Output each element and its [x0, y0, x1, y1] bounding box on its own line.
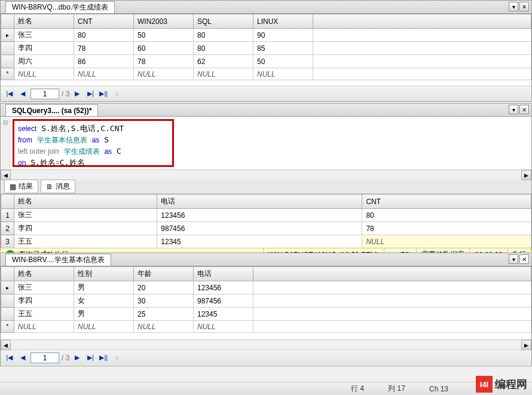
cell[interactable]: NULL — [74, 321, 134, 333]
col-header[interactable]: WIN2003 — [134, 14, 194, 29]
cell[interactable]: 80 — [194, 42, 253, 55]
nav-stop-icon[interactable]: ▶|| — [98, 89, 109, 99]
cell[interactable]: 张三 — [14, 209, 157, 222]
nav-new-icon[interactable]: ○ — [111, 353, 122, 363]
cell[interactable]: 50 — [134, 29, 194, 42]
cell[interactable]: 80 — [74, 29, 134, 42]
cell[interactable]: 王五 — [14, 235, 157, 248]
row-number[interactable]: 3 — [1, 235, 14, 248]
cell[interactable]: 李四 — [14, 294, 74, 308]
cell[interactable]: 60 — [134, 42, 194, 55]
row-selector[interactable]: ▸ — [1, 29, 14, 42]
cell[interactable]: 80 — [194, 29, 253, 42]
nav-next-icon[interactable]: ▶ — [72, 353, 82, 363]
cell[interactable]: 78 — [74, 42, 134, 55]
cell[interactable]: 987456 — [157, 222, 362, 235]
cell[interactable]: 王五 — [14, 308, 74, 321]
cell[interactable]: 90 — [253, 29, 313, 42]
hscrollbar[interactable]: ◀▶ — [1, 339, 531, 350]
col-header[interactable]: SQL — [194, 14, 253, 29]
col-header[interactable]: 姓名 — [14, 195, 157, 209]
nav-first-icon[interactable]: |◀ — [4, 353, 15, 363]
results-grid[interactable]: 姓名电话CNT1张三123456802李四987456783王五12345NUL… — [1, 194, 531, 248]
cell[interactable]: NULL — [14, 68, 74, 80]
nav-prev-icon[interactable]: ◀ — [17, 353, 28, 363]
row-selector[interactable] — [1, 55, 14, 68]
cell[interactable]: 62 — [194, 55, 253, 68]
tab-results[interactable]: ▦结果 — [4, 180, 38, 193]
cell[interactable]: 123456 — [157, 209, 362, 222]
cell[interactable]: 30 — [134, 294, 194, 308]
cell[interactable]: 50 — [253, 55, 313, 68]
tab-grades[interactable]: WIN-B8RVQ...dbo.学生成绩表 — [5, 1, 115, 13]
nav-first-icon[interactable]: |◀ — [4, 89, 15, 99]
close-icon[interactable]: ✕ — [519, 105, 529, 114]
row-number[interactable]: 1 — [1, 209, 14, 222]
cell[interactable]: NULL — [253, 68, 313, 80]
row-selector[interactable] — [1, 42, 14, 55]
nav-new-icon[interactable]: ○ — [111, 89, 122, 99]
cell[interactable]: 86 — [74, 55, 134, 68]
cell[interactable]: 78 — [362, 222, 531, 235]
cell[interactable]: 李四 — [14, 222, 157, 235]
nav-last-icon[interactable]: ▶| — [85, 353, 96, 363]
cell[interactable]: NULL — [194, 321, 253, 333]
cell[interactable]: 12345 — [194, 308, 253, 321]
nav-last-icon[interactable]: ▶| — [85, 89, 96, 99]
close-icon[interactable]: ✕ — [519, 2, 529, 11]
cell[interactable]: 12345 — [157, 235, 362, 248]
cell[interactable]: 周六 — [14, 55, 74, 68]
nav-prev-icon[interactable]: ◀ — [17, 89, 28, 99]
cell[interactable]: 男 — [74, 281, 134, 294]
col-header[interactable]: 电话 — [194, 267, 253, 281]
cell[interactable]: 25 — [134, 308, 194, 321]
cell[interactable]: 李四 — [14, 42, 74, 55]
cell[interactable]: 张三 — [14, 281, 74, 294]
cell[interactable]: 20 — [134, 281, 194, 294]
students-grid[interactable]: 姓名性别年龄电话▸张三男20123456李四女30987456王五男251234… — [1, 266, 531, 339]
row-selector[interactable] — [1, 294, 14, 308]
cell[interactable]: NULL — [14, 321, 74, 333]
col-header[interactable]: 性别 — [74, 267, 134, 281]
cell[interactable]: NULL — [134, 68, 194, 80]
dropdown-icon[interactable]: ▾ — [509, 105, 518, 114]
col-header[interactable]: CNT — [74, 14, 134, 29]
nav-stop-icon[interactable]: ▶|| — [98, 353, 109, 363]
col-header[interactable]: 电话 — [157, 195, 362, 209]
row-selector[interactable] — [1, 308, 14, 321]
row-selector[interactable]: * — [1, 68, 14, 80]
cell[interactable]: 987456 — [194, 294, 253, 308]
col-header[interactable]: CNT — [362, 195, 531, 209]
col-header[interactable]: 姓名 — [14, 267, 74, 281]
dropdown-icon[interactable]: ▾ — [509, 2, 518, 11]
dropdown-icon[interactable]: ▾ — [509, 254, 518, 264]
row-number[interactable]: 2 — [1, 222, 14, 235]
row-selector[interactable]: ▸ — [1, 281, 14, 294]
hscrollbar[interactable]: ◀▶ — [1, 169, 531, 180]
cell[interactable]: 85 — [253, 42, 313, 55]
nav-next-icon[interactable]: ▶ — [72, 89, 82, 99]
cell[interactable]: 张三 — [14, 29, 74, 42]
col-header[interactable]: LINUX — [253, 14, 313, 29]
row-selector[interactable]: * — [1, 321, 14, 333]
cell[interactable]: NULL — [134, 321, 194, 333]
cell[interactable]: 女 — [74, 294, 134, 308]
cell[interactable]: 78 — [134, 55, 194, 68]
col-header[interactable]: 姓名 — [14, 14, 74, 29]
grades-grid[interactable]: 姓名CNTWIN2003SQLLINUX▸张三80508090李四7860808… — [1, 14, 531, 86]
tab-students[interactable]: WIN-B8RV....学生基本信息表 — [5, 254, 111, 266]
col-header[interactable]: 年龄 — [134, 267, 194, 281]
cell[interactable]: 男 — [74, 308, 134, 321]
tab-messages[interactable]: 🗎消息 — [41, 180, 75, 193]
cell[interactable]: 80 — [362, 209, 531, 222]
cell[interactable]: NULL — [74, 68, 134, 80]
tab-query[interactable]: SQLQuery3.... (sa (52))* — [5, 104, 98, 116]
sql-editor[interactable]: ⊟ select S.姓名,S.电话,C.CNT from 学生基本信息表 as… — [1, 117, 531, 169]
close-icon[interactable]: ✕ — [519, 254, 529, 264]
nav-position-input[interactable] — [30, 353, 59, 363]
nav-position-input[interactable] — [30, 89, 59, 99]
cell[interactable]: 123456 — [194, 281, 253, 294]
cell[interactable]: NULL — [194, 68, 253, 80]
cell[interactable]: NULL — [362, 235, 531, 248]
sql-text[interactable]: select S.姓名,S.电话,C.CNT from 学生基本信息表 as S… — [13, 119, 174, 167]
